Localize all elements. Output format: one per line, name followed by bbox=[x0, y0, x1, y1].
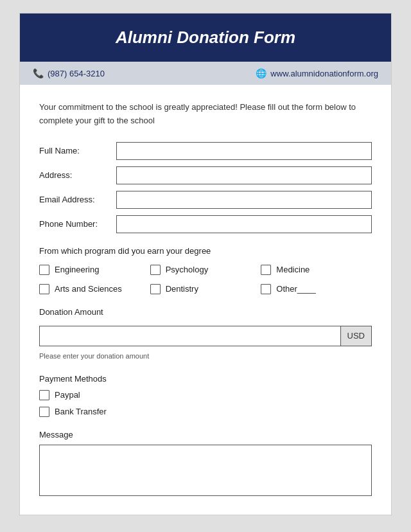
dentistry-label: Dentistry bbox=[166, 284, 198, 294]
paypal-label: Paypal bbox=[55, 390, 80, 400]
paypal-checkbox[interactable] bbox=[39, 390, 49, 400]
intro-text: Your commitment to the school is greatly… bbox=[39, 101, 372, 128]
other-checkbox[interactable] bbox=[261, 284, 271, 294]
email-row: Email Address: bbox=[39, 191, 372, 209]
arts-sciences-label: Arts and Sciences bbox=[55, 284, 122, 294]
program-other: Other____ bbox=[261, 284, 372, 294]
form-title: Alumni Donation Form bbox=[39, 28, 372, 48]
address-row: Address: bbox=[39, 166, 372, 184]
donation-usd-label: USD bbox=[340, 326, 371, 346]
address-label: Address: bbox=[39, 170, 116, 180]
phone-number: (987) 654-3210 bbox=[48, 69, 105, 78]
phone-label: Phone Number: bbox=[39, 219, 116, 229]
medicine-label: Medicine bbox=[276, 265, 310, 274]
program-engineering: Engineering bbox=[39, 265, 150, 275]
email-input[interactable] bbox=[116, 191, 372, 209]
phone-row: Phone Number: bbox=[39, 215, 372, 233]
form-body: Your commitment to the school is greatly… bbox=[20, 85, 391, 515]
donation-hint: Please enter your donation amount bbox=[39, 352, 149, 360]
donation-amount-input[interactable] bbox=[40, 326, 340, 346]
bank-transfer-label: Bank Transfer bbox=[55, 407, 107, 416]
arts-sciences-checkbox[interactable] bbox=[39, 284, 49, 294]
program-arts-sciences: Arts and Sciences bbox=[39, 284, 150, 294]
phone-icon: 📞 bbox=[33, 68, 44, 78]
bank-transfer-checkbox[interactable] bbox=[39, 407, 49, 417]
website-info: 🌐 www.alumnidonationform.org bbox=[256, 68, 378, 78]
address-input[interactable] bbox=[116, 166, 372, 184]
full-name-label: Full Name: bbox=[39, 146, 116, 155]
form-header: Alumni Donation Form bbox=[20, 13, 391, 62]
payment-paypal: Paypal bbox=[39, 390, 372, 400]
dentistry-checkbox[interactable] bbox=[150, 284, 161, 294]
form-container: Alumni Donation Form 📞 (987) 654-3210 🌐 … bbox=[19, 13, 392, 515]
donation-input-wrap: USD bbox=[39, 326, 372, 346]
other-label: Other____ bbox=[276, 284, 315, 294]
message-title: Message bbox=[39, 430, 372, 439]
full-name-input[interactable] bbox=[116, 142, 372, 160]
donation-title: Donation Amount bbox=[39, 307, 372, 317]
phone-info: 📞 (987) 654-3210 bbox=[33, 68, 105, 78]
program-medicine: Medicine bbox=[261, 265, 372, 275]
psychology-label: Psychology bbox=[166, 265, 208, 274]
message-textarea[interactable] bbox=[39, 445, 372, 496]
message-section: Message bbox=[39, 430, 372, 499]
website-url: www.alumnidonationform.org bbox=[270, 69, 378, 78]
donation-section: Donation Amount USD Please enter your do… bbox=[39, 307, 372, 361]
phone-input[interactable] bbox=[116, 215, 372, 233]
program-dentistry: Dentistry bbox=[150, 284, 261, 294]
program-checkbox-grid: Engineering Psychology Medicine Arts and… bbox=[39, 265, 372, 294]
form-subheader: 📞 (987) 654-3210 🌐 www.alumnidonationfor… bbox=[20, 62, 391, 85]
program-psychology: Psychology bbox=[150, 265, 261, 275]
full-name-row: Full Name: bbox=[39, 142, 372, 160]
payment-title: Payment Methods bbox=[39, 374, 372, 384]
medicine-checkbox[interactable] bbox=[261, 265, 271, 275]
globe-icon: 🌐 bbox=[256, 68, 267, 78]
engineering-label: Engineering bbox=[55, 265, 99, 274]
psychology-checkbox[interactable] bbox=[150, 265, 161, 275]
payment-section: Payment Methods Paypal Bank Transfer bbox=[39, 374, 372, 417]
email-label: Email Address: bbox=[39, 195, 116, 204]
program-section-title: From which program did you earn your deg… bbox=[39, 246, 372, 256]
payment-bank-transfer: Bank Transfer bbox=[39, 407, 372, 417]
engineering-checkbox[interactable] bbox=[39, 265, 49, 275]
